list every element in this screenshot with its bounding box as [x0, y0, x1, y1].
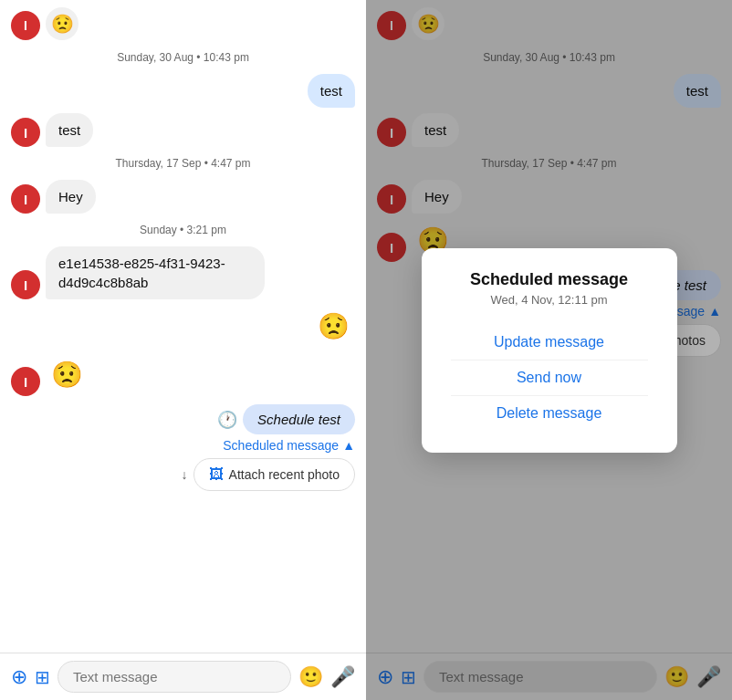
message-row-uuid-left: I e1e14538-e825-4f31-9423-d4d9c4c8b8ab [11, 246, 355, 299]
modal-title: Scheduled message [451, 270, 648, 289]
avatar-i-3-left: I [11, 270, 40, 299]
emoji-bubble-top-left: 😟 [46, 7, 78, 40]
message-row-outgoing-test-left: test [11, 74, 355, 108]
avatar-i-4-left: I [11, 367, 40, 396]
avatar-i-2-left: I [11, 184, 40, 214]
modal-send-now-button[interactable]: Send now [451, 360, 648, 395]
emoji-icon-left[interactable]: 🙂 [298, 665, 323, 689]
message-row-hey-left: I Hey [11, 180, 355, 214]
modal-overlay[interactable]: Scheduled message Wed, 4 Nov, 12:11 pm U… [366, 0, 732, 700]
chevron-up-icon-left: ▲ [342, 438, 355, 453]
bubble-emoji-outgoing-left: 😟 [312, 305, 355, 348]
timestamp-aug30-left: Sunday, 30 Aug • 10:43 pm [11, 51, 355, 64]
timestamp-sep17-left: Thursday, 17 Sep • 4:47 pm [11, 157, 355, 170]
photo-icon-left: 🖼 [209, 466, 224, 483]
bubble-incoming-test-left: test [46, 113, 93, 147]
modal-update-button[interactable]: Update message [451, 325, 648, 360]
message-row-emoji-incoming-left: I 😟 [11, 353, 355, 396]
avatar-top-left: I [11, 11, 40, 40]
text-input-left[interactable] [58, 661, 291, 693]
message-row-incoming-test-left: I test [11, 113, 355, 147]
add-icon-left[interactable]: ⊕ [11, 665, 27, 689]
bubble-hey-left: Hey [46, 180, 96, 214]
input-bar-left: ⊕ ⊞ 🙂 🎤 [0, 653, 366, 700]
mic-icon-left[interactable]: 🎤 [330, 665, 355, 689]
left-panel: I 😟 Sunday, 30 Aug • 10:43 pm test I tes… [0, 0, 366, 700]
attach-photo-button-left[interactable]: 🖼 Attach recent photo [193, 458, 355, 491]
modal-delete-button[interactable]: Delete message [451, 396, 648, 431]
scheduled-msg-text-left: Scheduled message [223, 438, 339, 453]
schedule-row-left: 🕐 Schedule test [11, 404, 355, 434]
timestamp-sun-left: Sunday • 3:21 pm [11, 224, 355, 236]
left-messages-area: I 😟 Sunday, 30 Aug • 10:43 pm test I tes… [0, 0, 366, 653]
gallery-icon-left[interactable]: ⊞ [35, 666, 50, 688]
down-arrow-icon-left: ↓ [182, 467, 188, 482]
modal-date: Wed, 4 Nov, 12:11 pm [451, 293, 648, 307]
message-row-emoji-outgoing-left: 😟 [11, 305, 355, 348]
avatar-i-1-left: I [11, 118, 40, 147]
top-partial-row: I 😟 [11, 7, 355, 40]
scheduled-msg-link-left[interactable]: Scheduled message ▲ [11, 438, 355, 453]
bubble-emoji-incoming-left: 😟 [46, 353, 89, 396]
attach-row-left: ↓ 🖼 Attach recent photo [11, 458, 355, 491]
attach-label-left: Attach recent photo [229, 467, 340, 482]
bubble-outgoing-test-left: test [308, 74, 355, 108]
right-panel: I 😟 Sunday, 30 Aug • 10:43 pm test I tes… [366, 0, 732, 700]
clock-icon-left: 🕐 [217, 410, 237, 430]
schedule-bubble-left[interactable]: Schedule test [243, 404, 355, 434]
scheduled-message-modal: Scheduled message Wed, 4 Nov, 12:11 pm U… [422, 248, 677, 453]
bubble-uuid-left: e1e14538-e825-4f31-9423-d4d9c4c8b8ab [46, 246, 265, 299]
